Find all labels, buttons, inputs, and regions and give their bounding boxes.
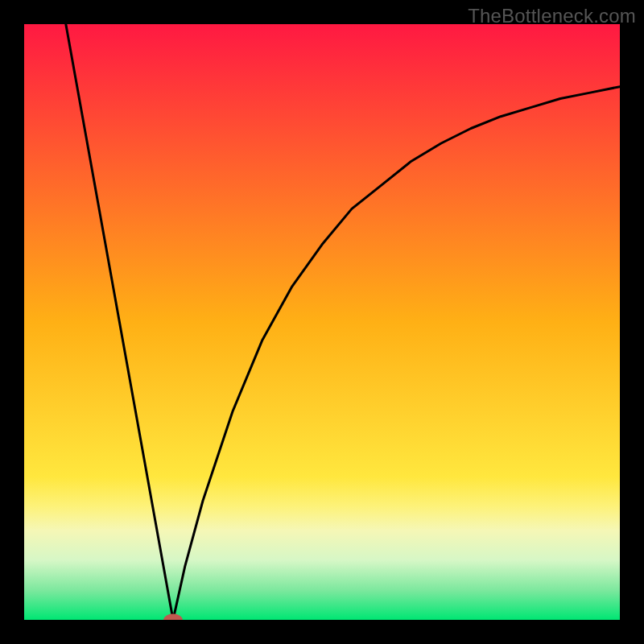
- minimum-marker: [163, 614, 183, 626]
- chart-svg: [0, 0, 644, 644]
- chart-container: TheBottleneck.com: [0, 0, 644, 644]
- attribution-text: TheBottleneck.com: [468, 5, 636, 27]
- plot-background: [24, 24, 620, 620]
